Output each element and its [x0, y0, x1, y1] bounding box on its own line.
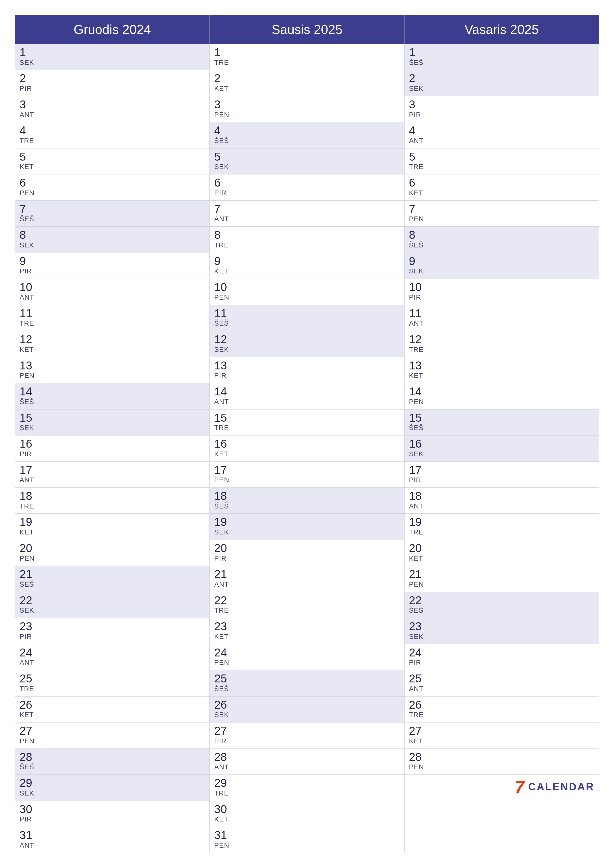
- calendar-row: 8SEK8TRE8ŠEŠ: [15, 227, 599, 253]
- calendar-cell: 9KET: [210, 253, 404, 279]
- day-number: 23: [214, 620, 399, 633]
- day-abbr: PEN: [214, 842, 399, 849]
- day-number: 11: [214, 307, 399, 320]
- calendar-cell: 25TRE: [15, 670, 210, 696]
- day-abbr: PIR: [409, 476, 594, 484]
- calendar-cell: 27PEN: [15, 722, 210, 749]
- day-number: 1: [409, 46, 594, 59]
- calendar-row: 2PIR2KET2SEK: [15, 70, 599, 96]
- calendar-row: 18TRE18ŠEŠ18ANT: [15, 487, 599, 513]
- day-number: 26: [409, 699, 594, 711]
- day-number: 4: [409, 124, 594, 137]
- calendar-row: 22SEK22TRE22ŠEŠ: [15, 592, 599, 618]
- day-abbr: ANT: [20, 111, 205, 119]
- calendar-cell: 29TRE: [210, 775, 404, 801]
- day-abbr: KET: [409, 555, 594, 563]
- day-abbr: ŠEŠ: [20, 398, 205, 406]
- day-number: 5: [20, 150, 205, 163]
- day-abbr: ANT: [20, 659, 205, 666]
- calendar-cell: 26SEK: [210, 696, 404, 722]
- day-number: 4: [214, 124, 399, 137]
- calendar-cell: 15ŠEŠ: [404, 409, 599, 435]
- day-abbr: ŠEŠ: [409, 59, 594, 67]
- calendar-row: 13PEN13PIR13KET: [15, 357, 599, 383]
- calendar-cell: 15TRE: [210, 409, 404, 435]
- calendar-cell: 4ANT: [404, 122, 599, 148]
- calendar-cell: 17PIR: [404, 462, 599, 487]
- day-number: 11: [20, 307, 205, 320]
- calendar-cell: 2PIR: [15, 70, 210, 96]
- day-abbr: PIR: [20, 633, 205, 641]
- day-abbr: PIR: [409, 111, 594, 119]
- calendar-cell: 28ANT: [210, 749, 404, 775]
- calendar-row: 9PIR9KET9SEK: [15, 253, 599, 279]
- month-header-3: Vasaris 2025: [404, 15, 599, 44]
- calendar-cell: 22TRE: [210, 592, 404, 618]
- day-abbr: PEN: [409, 580, 594, 588]
- day-number: 12: [214, 333, 399, 346]
- day-number: 28: [409, 751, 594, 763]
- day-number: 24: [214, 646, 399, 659]
- calendar-row: 14ŠEŠ14ANT14PEN: [15, 383, 599, 409]
- calendar-cell: 22SEK: [15, 592, 210, 618]
- calendar-cell: 26TRE: [404, 696, 599, 722]
- day-abbr: KET: [20, 346, 205, 353]
- calendar-cell: 20PIR: [210, 539, 404, 566]
- day-number: 1: [20, 46, 205, 59]
- day-number: 7: [20, 203, 205, 215]
- calendar-cell: 22ŠEŠ: [404, 592, 599, 618]
- day-abbr: PIR: [214, 189, 399, 197]
- day-abbr: PEN: [409, 215, 594, 223]
- day-number: 16: [20, 437, 205, 450]
- day-abbr: ANT: [409, 685, 594, 693]
- calendar-row: 30PIR30KET: [15, 801, 599, 827]
- day-abbr: KET: [20, 711, 205, 719]
- calendar-row: 17ANT17PEN17PIR: [15, 462, 599, 487]
- day-number: 9: [20, 255, 205, 268]
- calendar-cell: 8SEK: [15, 227, 210, 253]
- calendar-row: 11TRE11ŠEŠ11ANT: [15, 305, 599, 331]
- calendar-cell: 15SEK: [15, 409, 210, 435]
- calendar-row: 21ŠEŠ21ANT21PEN: [15, 566, 599, 592]
- day-abbr: TRE: [20, 502, 205, 510]
- calendar-cell: 12TRE: [404, 331, 599, 357]
- day-number: 7: [409, 203, 594, 215]
- day-number: 13: [214, 359, 399, 372]
- calendar-cell: 29SEK: [15, 775, 210, 801]
- day-abbr: PEN: [214, 111, 399, 119]
- calendar-cell: 14ŠEŠ: [15, 383, 210, 409]
- day-abbr: ŠEŠ: [409, 606, 594, 614]
- calendar-cell: 19KET: [15, 514, 210, 539]
- day-abbr: ŠEŠ: [409, 424, 594, 432]
- calendar-cell: 5KET: [15, 148, 210, 174]
- day-abbr: ANT: [409, 319, 594, 327]
- day-number: 12: [409, 333, 594, 346]
- day-abbr: PIR: [20, 815, 205, 823]
- day-number: 25: [20, 672, 205, 685]
- day-number: 27: [409, 724, 594, 737]
- calendar-cell: 8TRE: [210, 227, 404, 253]
- calendar-cell: 7CALENDAR: [404, 775, 599, 801]
- day-number: 22: [409, 594, 594, 607]
- calendar-cell: 16KET: [210, 436, 404, 462]
- day-number: 15: [20, 411, 205, 424]
- day-number: 14: [214, 385, 399, 398]
- day-abbr: TRE: [409, 346, 594, 353]
- calendar-cell: 26KET: [15, 696, 210, 722]
- day-abbr: ŠEŠ: [214, 685, 399, 693]
- calendar-row: 24ANT24PEN24PIR: [15, 644, 599, 670]
- calendar-row: 3ANT3PEN3PIR: [15, 96, 599, 122]
- calendar-cell: 13KET: [404, 357, 599, 383]
- calendar-cell: 20PEN: [15, 539, 210, 566]
- day-number: 23: [20, 620, 205, 633]
- calendar-cell: 5TRE: [404, 148, 599, 174]
- calendar-cell: [404, 801, 599, 827]
- day-abbr: TRE: [20, 319, 205, 327]
- day-number: 26: [20, 699, 205, 711]
- day-number: 28: [20, 751, 205, 763]
- day-number: 4: [20, 124, 205, 137]
- calendar-cell: 16SEK: [404, 436, 599, 462]
- day-number: 10: [20, 281, 205, 293]
- day-number: 5: [214, 150, 399, 163]
- day-number: 18: [214, 490, 399, 502]
